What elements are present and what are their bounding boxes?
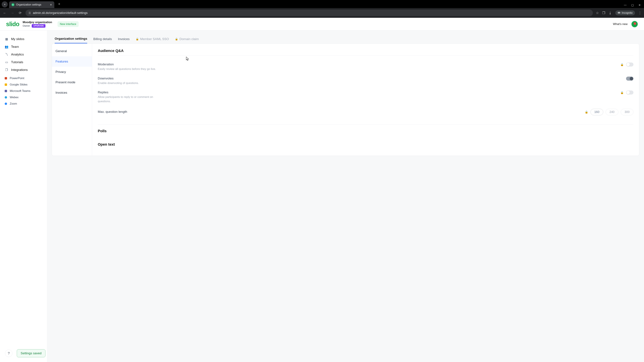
setting-replies: Replies Allow participants to reply to o… xyxy=(98,88,634,106)
close-icon[interactable]: ✕ xyxy=(50,3,52,6)
site-settings-icon[interactable]: ☰ xyxy=(28,11,31,14)
upgrade-badge[interactable]: UPGRADE xyxy=(32,24,46,28)
new-tab-button[interactable]: ＋ xyxy=(56,0,63,7)
subnav-invoices[interactable]: Invoices xyxy=(52,87,92,98)
organization-name: Moodjoy organization xyxy=(23,20,52,24)
incognito-label: Incognito xyxy=(622,11,632,14)
setting-label: Moderation xyxy=(98,62,162,66)
webex-icon xyxy=(5,96,7,98)
incognito-icon: 🕶 xyxy=(618,11,620,14)
sidebar-item-integrations[interactable]: ❐ Integrations xyxy=(3,66,44,74)
sidebar-item-my-slidos[interactable]: ▦ My slidos xyxy=(3,35,44,43)
book-icon: ▭ xyxy=(5,60,8,64)
new-interface-chip[interactable]: New interface xyxy=(58,21,79,27)
powerpoint-icon xyxy=(5,77,7,79)
zoom-icon xyxy=(5,103,7,105)
toggle-downvotes[interactable] xyxy=(626,77,634,81)
whats-new-link[interactable]: What's new xyxy=(613,22,628,26)
reload-icon[interactable]: ⟳ xyxy=(18,11,22,15)
integration-google-slides[interactable]: Google Slides xyxy=(3,81,44,88)
sidebar-item-label: Microsoft Teams xyxy=(10,89,30,93)
integration-ms-teams[interactable]: Microsoft Teams xyxy=(3,88,44,94)
window-minimize-icon[interactable]: ― xyxy=(624,3,626,7)
toggle-moderation[interactable] xyxy=(626,62,634,66)
help-button[interactable]: ? xyxy=(5,350,12,357)
tab-search-dropdown[interactable]: ▾ xyxy=(2,1,8,7)
sidebar-item-label: PowerPoint xyxy=(10,77,24,80)
tab-favicon: s xyxy=(12,3,14,6)
tab-label: Domain claim xyxy=(180,37,199,41)
sidebar-item-label: Tutorials xyxy=(11,60,23,64)
window-maximize-icon[interactable]: ▢ xyxy=(631,3,634,7)
window-close-icon[interactable]: ✕ xyxy=(638,3,641,7)
maxlen-option-240[interactable]: 240 xyxy=(606,109,618,115)
kebab-menu-icon[interactable]: ⋮ xyxy=(638,11,642,15)
avatar[interactable] xyxy=(631,21,638,27)
tab-member-saml-sso[interactable]: 🔒 Member SAML SSO xyxy=(136,35,169,43)
settings-subnav: General Features Privacy Present mode In… xyxy=(52,43,92,156)
setting-description: Enable downvoting of questions. xyxy=(98,81,162,85)
tab-organization-settings[interactable]: Organization settings xyxy=(55,34,87,43)
sidebar-item-label: My slidos xyxy=(11,37,24,41)
tab-title: Organization settings xyxy=(16,3,41,6)
maxlen-option-300[interactable]: 300 xyxy=(621,109,634,115)
toggle-replies[interactable] xyxy=(626,90,634,94)
back-icon[interactable]: ← xyxy=(2,11,7,15)
incognito-chip[interactable]: 🕶 Incognito xyxy=(615,10,635,15)
setting-description: Easily review all questions before they … xyxy=(98,67,162,71)
sidebar-item-tutorials[interactable]: ▭ Tutorials xyxy=(3,58,44,66)
lock-icon: 🔒 xyxy=(585,110,588,114)
subnav-general[interactable]: General xyxy=(52,46,92,56)
tab-label: Organization settings xyxy=(55,37,87,40)
chevron-down-icon: ▾ xyxy=(4,3,5,6)
lock-icon: 🔒 xyxy=(620,63,624,66)
tab-invoices[interactable]: Invoices xyxy=(118,35,130,43)
tab-label: Invoices xyxy=(118,37,130,41)
sidebar-item-label: Google Slides xyxy=(10,83,28,86)
tab-label: Billing details xyxy=(93,37,112,41)
integration-webex[interactable]: Webex xyxy=(3,94,44,100)
maxlen-option-160[interactable]: 160 xyxy=(590,109,603,115)
lock-icon: 🔒 xyxy=(620,91,624,94)
toast-settings-saved: Settings saved xyxy=(17,349,46,357)
sidebar-item-team[interactable]: 👥 Team xyxy=(3,43,44,51)
tab-billing-details[interactable]: Billing details xyxy=(93,35,112,43)
setting-downvotes: Downvotes Enable downvoting of questions… xyxy=(98,74,634,88)
chart-icon: 〽 xyxy=(5,53,8,56)
sidebar-item-label: Webex xyxy=(10,96,18,99)
tab-domain-claim[interactable]: 🔒 Domain claim xyxy=(175,35,199,43)
subnav-present-mode[interactable]: Present mode xyxy=(52,77,92,87)
tab-label: Member SAML SSO xyxy=(140,37,169,41)
ms-teams-icon xyxy=(5,90,7,92)
section-title-open-text: Open text xyxy=(98,142,634,147)
section-title-polls: Polls xyxy=(98,129,634,133)
subnav-privacy[interactable]: Privacy xyxy=(52,67,92,77)
lock-icon: 🔒 xyxy=(175,37,178,40)
address-bar[interactable]: ☰ admin.sli.do/organization/default-sett… xyxy=(26,9,593,16)
sidebar-item-label: Analytics xyxy=(11,53,24,56)
setting-label: Downvotes xyxy=(98,77,162,80)
sidebar-item-analytics[interactable]: 〽 Analytics xyxy=(3,51,44,58)
downloads-icon[interactable]: ⭳ xyxy=(608,11,612,15)
sidebar-item-label: Integrations xyxy=(11,68,28,72)
users-icon: 👥 xyxy=(5,45,8,49)
grid-icon: ▦ xyxy=(5,37,8,41)
brand-logo[interactable]: slido xyxy=(6,21,19,28)
forward-icon[interactable]: → xyxy=(10,11,15,15)
url-text: admin.sli.do/organization/default-settin… xyxy=(33,11,88,15)
extensions-icon[interactable]: ❐ xyxy=(602,11,605,15)
browser-tab[interactable]: s Organization settings ✕ xyxy=(9,1,54,8)
setting-label: Replies xyxy=(98,90,162,94)
star-icon[interactable]: ☆ xyxy=(596,11,599,15)
integration-zoom[interactable]: Zoom xyxy=(3,100,44,107)
sidebar-item-label: Zoom xyxy=(10,102,17,105)
divider xyxy=(98,55,634,55)
setting-label: Max. question length xyxy=(98,110,162,114)
sidebar: ▦ My slidos 👥 Team 〽 Analytics ▭ Tutoria… xyxy=(0,30,47,362)
subnav-features[interactable]: Features xyxy=(52,56,92,67)
setting-max-question-length: Max. question length 🔒 160 240 300 xyxy=(98,106,634,118)
role-label: Owner xyxy=(23,24,30,27)
setting-description: Allow participants to reply to or commen… xyxy=(98,95,162,103)
lock-icon: 🔒 xyxy=(136,37,139,40)
integration-powerpoint[interactable]: PowerPoint xyxy=(3,75,44,81)
